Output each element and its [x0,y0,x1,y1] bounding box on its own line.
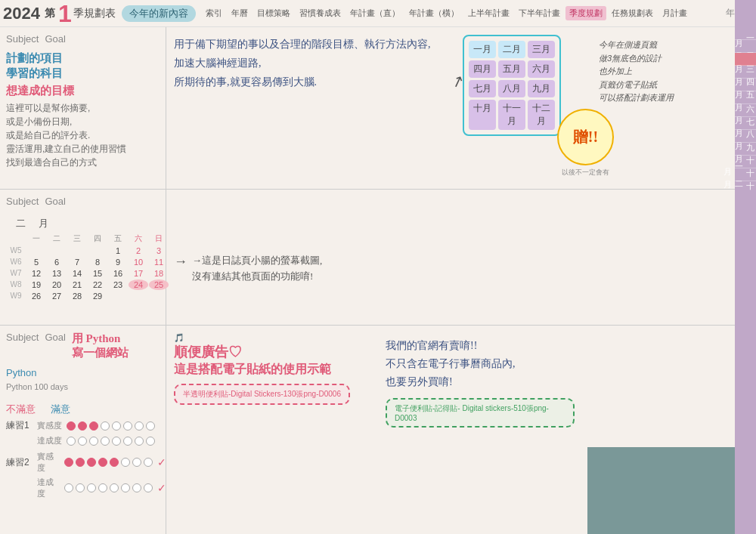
main-layout: Subject Goal 計劃的項目學習的科目 想達成的目標 這裡可以是幫你摘要… [0,27,735,534]
month-dec[interactable]: 十二月 [735,168,756,181]
content-rows: Subject Goal 計劃的項目學習的科目 想達成的目標 這裡可以是幫你摘要… [0,27,735,534]
month-feb[interactable]: 二月 [735,40,756,53]
subject-label-2: Subject [6,196,39,207]
month-nov[interactable]: 十一月 [735,156,756,168]
gift-sub: 以後不一定會有 [557,168,614,177]
tab-monthly[interactable]: 月計畫 [658,6,691,20]
sg-header-3: Subject Goal 用 Python寫一個網站 [6,332,160,360]
checkmark-2: ✓ [157,482,166,494]
annotation-note: 今年在側邊頁籤做3無底色的設計也外加上頁籤仿電子貼紙可以搭配計劃表運用 [599,39,720,105]
main-note-3: 我們的官網有賣唷!! 不只含在電子行事曆商品內, 也要另外買唷! 電子便利貼-記… [386,337,575,430]
subject-label-1: Subject [6,33,39,45]
month-jan[interactable]: 一月 [735,27,756,40]
prog-left-1: 實感度 [37,420,62,431]
goal-text-3: 用 Python寫一個網站 [72,332,129,360]
subject-goal-panel-3: Subject Goal 用 Python寫一個網站 Python Python… [0,326,166,534]
tab-task[interactable]: 任務規劃表 [608,6,657,20]
tab-goal[interactable]: 目標策略 [253,6,294,20]
mini-calendar: 二 月 一 二 三 四 五 六 日 W5 [6,217,160,301]
month-cell-4: 四月 [469,60,496,78]
progress-row-2: 練習2 實感度 ✓ [6,451,160,474]
month-cell-9: 九月 [528,80,555,97]
month-cell-2: 二月 [498,41,525,58]
arrow-sym: → [174,254,187,270]
progress-section: 不滿意 滿意 練習1 實感度 [6,403,160,502]
tab-first-half[interactable]: 上半年計畫 [464,6,513,20]
cal-day-mon: 一 [26,233,46,245]
month-grid-container: 一月 二月 三月 四月 五月 六月 七月 八月 九月 十月 十一月 十二月 [463,35,561,136]
month-mar[interactable]: 三月 [735,53,756,66]
prog-left-2: 實感度 [37,451,60,474]
month-cell-7: 七月 [469,80,496,97]
arrow-note-line1: → →這是日誌頁小腸的螢幕截圖, [174,254,322,270]
month-apr[interactable]: 四月 [735,66,756,79]
not-satisfied-label: 不滿意 [6,403,36,416]
progress-header: 不滿意 滿意 [6,403,160,416]
month-may[interactable]: 五月 [735,79,756,91]
cal-day-sat: 六 [129,233,148,245]
gift-badge-container: 贈!! 以後不一定會有 [557,109,614,177]
desc-1: 這裡可以是幫你摘要, 或是小備份日期, 或是給自己的評分表. 靈活運用,建立自己… [6,101,160,169]
subject-goal-panel-2: Subject Goal 二 月 一 二 三 四 五 六 日 [0,190,166,325]
subject-label-3: Subject [6,332,39,360]
tab-habit[interactable]: 習慣養成表 [296,6,345,20]
tab-index[interactable]: 索引 [202,6,226,20]
month-sep[interactable]: 九月 [735,130,756,143]
sg-header-1: Subject Goal [6,33,160,45]
sg-header-2: Subject Goal [6,196,160,207]
arrow-note-2: → →這是日誌頁小腸的螢幕截圖, 沒有連結其他頁面的功能唷! [174,254,322,283]
prog-dots-2b [64,483,153,492]
progress-row-2b: 達成度 ✓ [6,477,160,499]
cal-w5: W5 [6,245,26,256]
section-row-1: Subject Goal 計劃的項目學習的科目 想達成的目標 這裡可以是幫你摘要… [0,27,735,190]
progress-row-1: 練習1 實感度 [6,419,160,432]
tab-seasonal[interactable]: 季度規劃 [565,6,606,20]
top-bar: 2024 第 1 季規劃表 今年的新內容 索引 年曆 目標策略 習慣養成表 年計… [0,0,756,27]
prog-label-2: 練習2 [6,456,33,469]
subject-days: Python 100 days [6,382,68,391]
checkmark-1: ✓ [157,456,166,468]
month-jul[interactable]: 七月 [735,104,756,117]
subject-goal-panel-1: Subject Goal 計劃的項目學習的科目 想達成的目標 這裡可以是幫你摘要… [0,27,166,189]
prog-dots-1 [67,421,155,431]
promo-subtitle: 這是搭配電子貼紙的使用示範 [174,361,370,378]
month-cell-10: 十月 [469,100,496,130]
month-cell-1: 一月 [469,41,496,58]
month-cell-3: 三月 [528,41,555,58]
tab-year[interactable]: 年曆 [228,6,252,20]
month-aug[interactable]: 八月 [735,117,756,130]
quarter-suffix: 季規劃表 [73,7,116,20]
promo-section: 🎵 順便廣告♡ 這是搭配電子貼紙的使用示範 半透明便利貼-Digital Sti… [174,333,370,407]
section-row-2: Subject Goal 二 月 一 二 三 四 五 六 日 [0,190,735,326]
tab-annual-h[interactable]: 年計畫（橫） [405,6,463,20]
month-cell-12: 十二月 [528,100,555,130]
dot [135,421,144,431]
cal-week-header [6,233,26,245]
quarter-num: 1 [58,2,72,26]
tab-second-half[interactable]: 下半年計畫 [515,6,564,20]
tab-annual-v[interactable]: 年計畫（直） [346,6,404,20]
dot [112,421,121,431]
main-note-text: 我們的官網有賣唷!! 不只含在電子行事曆商品內, 也要另外買唷! [386,337,575,390]
month-oct[interactable]: 十月 [735,143,756,156]
right-sidebar: 一月 二月 三月 四月 五月 六月 七月 八月 九月 十月 十一月 十二月 [735,0,756,534]
dot [67,421,76,431]
month-cell-8: 八月 [498,80,525,97]
prog-dots-2 [64,458,153,467]
month-grid: 一月 二月 三月 四月 五月 六月 七月 八月 九月 十月 十一月 十二月 [469,41,555,130]
promo-emoji: 🎵 [174,333,370,343]
goal-label-1: Goal [45,33,65,45]
cal-day-fri: 五 [108,233,128,245]
sticker-note-1: 半透明便利貼-Digital Stickers-130張png-D0006 [174,384,350,405]
section-row-3: Subject Goal 用 Python寫一個網站 Python Python… [0,326,735,534]
gray-block [587,447,735,534]
new-badge: 今年的新內容 [122,5,196,22]
dot [89,421,98,431]
month-jun[interactable]: 六月 [735,91,756,104]
dot [123,421,132,431]
cal-day-thu: 四 [88,233,107,245]
dot [101,421,110,431]
month-cell-5: 五月 [498,60,525,78]
mini-cal-header: 二 月 [6,217,160,230]
cal-day-tue: 二 [47,233,67,245]
